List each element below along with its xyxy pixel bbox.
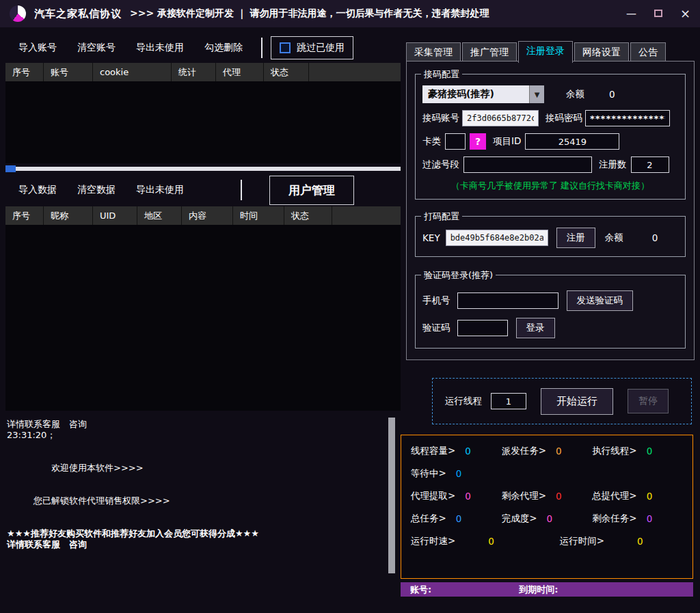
export-unused-accounts-button[interactable]: 导出未使用 — [126, 38, 194, 58]
log-line — [7, 485, 399, 495]
card-type-input[interactable] — [445, 133, 466, 150]
stat-value: 0 — [546, 513, 552, 524]
stat-proxy-total: 总提代理> 0 — [592, 490, 683, 502]
clear-accounts-button[interactable]: 清空账号 — [67, 38, 126, 58]
code-login-group-title: 验证码登录(推荐) — [421, 269, 496, 282]
captcha-balance-value: 0 — [652, 232, 658, 243]
records-table-body — [5, 225, 401, 411]
tab-announcement[interactable]: 公告 — [630, 42, 666, 62]
stat-run-time: 运行时间> 0 — [560, 535, 683, 547]
export-unused-data-button[interactable]: 导出未使用 — [126, 180, 194, 200]
code-label: 验证码 — [422, 322, 450, 334]
import-accounts-button[interactable]: 导入账号 — [8, 38, 67, 58]
stat-label: 完成度> — [502, 513, 537, 525]
tab-collect-manage[interactable]: 采集管理 — [406, 42, 461, 62]
accounts-column-header — [309, 63, 401, 81]
tab-promotion-manage[interactable]: 推广管理 — [462, 42, 517, 62]
accounts-column-header: 状态 — [264, 63, 309, 81]
window-controls: — × — [626, 8, 690, 20]
sms-account-input[interactable] — [462, 110, 539, 126]
code-input[interactable] — [457, 320, 508, 336]
send-code-button[interactable]: 发送验证码 — [567, 290, 634, 311]
reg-count-input[interactable] — [631, 156, 669, 173]
key-input[interactable] — [446, 230, 548, 246]
stats-row: 线程容量> 0 派发任务> 0 执行线程> 0 — [411, 445, 683, 457]
card-type-label: 卡类 — [422, 135, 441, 148]
stat-running-threads: 执行线程> 0 — [592, 445, 683, 457]
stats-row: 等待中> 0 — [411, 467, 683, 480]
sms-credentials-row: 接码账号 接码密码 — [422, 110, 678, 126]
stat-value: 0 — [465, 491, 471, 502]
close-button[interactable]: × — [680, 8, 690, 20]
captcha-balance-label: 余额 — [605, 232, 623, 244]
accounts-table-header: 序号 账号 cookie 统计 代理 状态 — [5, 63, 401, 81]
tab-network-settings[interactable]: 网络设置 — [574, 42, 629, 62]
stat-value: 0 — [647, 513, 653, 524]
records-toolbar: 导入数据 清空数据 导出未使用 用户管理 — [5, 174, 401, 206]
stat-value: 0 — [488, 536, 494, 547]
sms-password-input[interactable] — [585, 110, 670, 126]
user-manage-button[interactable]: 用户管理 — [269, 176, 354, 205]
filter-input[interactable] — [463, 156, 592, 173]
toolbar-separator — [261, 38, 262, 58]
reg-count-label: 注册数 — [599, 159, 627, 171]
captcha-config-group-title: 打码配置 — [421, 210, 462, 223]
records-column-header: 昵称 — [44, 206, 93, 225]
tab-strip: 采集管理 推广管理 注册登录 网络设置 公告 — [406, 41, 667, 62]
log-line: 您已解锁软件代理销售权限>>>> — [7, 495, 399, 506]
log-line: 23:31:20； — [7, 430, 399, 441]
app-notice: >>> 承接软件定制开发 ｜ 请勿用于非法用途，一切后果与作者无关，违者禁封处理 — [130, 8, 489, 20]
sms-provider-value: 豪猪接码(推荐) — [428, 88, 494, 100]
tab-register-login[interactable]: 注册登录 — [518, 41, 573, 63]
sms-config-group: 接码配置 豪猪接码(推荐) ▼ 余额 0 接码账号 接码密码 卡类 ? 项目ID… — [415, 74, 686, 200]
phone-input[interactable] — [457, 292, 558, 309]
accounts-toolbar: 导入账号 清空账号 导出未使用 勾选删除 跳过已使用 — [5, 33, 401, 63]
skip-used-box: 跳过已使用 — [271, 36, 353, 59]
stat-label: 等待中> — [411, 467, 446, 480]
help-button[interactable]: ? — [470, 133, 486, 150]
delete-checked-button[interactable]: 勾选删除 — [194, 38, 253, 58]
log-line — [7, 441, 399, 452]
card-warning-text: （卡商号几乎被使用异常了 建议自行找卡商对接） — [422, 180, 678, 192]
stats-panel: 线程容量> 0 派发任务> 0 执行线程> 0 等待中> 0 代理提取> 0 剩… — [401, 435, 693, 579]
login-button[interactable]: 登录 — [516, 318, 555, 338]
maximize-button[interactable] — [654, 9, 662, 19]
import-data-button[interactable]: 导入数据 — [8, 180, 67, 200]
skip-used-checkbox[interactable] — [280, 42, 291, 53]
log-line: 详情联系客服 咨询 — [7, 419, 399, 430]
project-id-input[interactable] — [525, 133, 619, 150]
maximize-icon — [654, 10, 662, 17]
stat-value: 0 — [456, 468, 462, 479]
log-scrollbar[interactable] — [388, 418, 395, 573]
titlebar: 汽车之家私信协议 >>> 承接软件定制开发 ｜ 请勿用于非法用途，一切后果与作者… — [0, 0, 700, 27]
stat-label: 运行时间> — [560, 535, 604, 547]
stat-proxy-remaining: 剩余代理> 0 — [502, 490, 593, 502]
stat-label: 执行线程> — [592, 445, 636, 457]
thread-count-input[interactable] — [491, 393, 526, 409]
footer-account-label: 账号: — [410, 584, 431, 596]
stat-label: 总任务> — [411, 513, 446, 525]
sms-account-label: 接码账号 — [422, 112, 459, 124]
progress-fill — [5, 165, 16, 172]
key-label: KEY — [422, 232, 440, 243]
pause-button[interactable]: 暂停 — [628, 389, 669, 413]
clear-data-button[interactable]: 清空数据 — [67, 180, 126, 200]
stat-value: 0 — [556, 491, 562, 502]
minimize-button[interactable]: — — [626, 9, 636, 19]
records-column-header: 状态 — [284, 206, 332, 225]
stat-waiting: 等待中> 0 — [411, 467, 502, 480]
start-run-button[interactable]: 开始运行 — [541, 388, 613, 415]
filter-row: 过滤号段 注册数 — [422, 156, 678, 173]
stats-row: 总任务> 0 完成度> 0 剩余任务> 0 — [411, 513, 683, 525]
log-line — [7, 506, 399, 517]
chevron-down-icon[interactable]: ▼ — [529, 85, 544, 103]
stat-total-tasks: 总任务> 0 — [411, 513, 502, 525]
sms-provider-select[interactable]: 豪猪接码(推荐) ▼ — [422, 85, 544, 103]
stat-tasks-remaining: 剩余任务> 0 — [592, 513, 683, 525]
stat-value: 0 — [637, 536, 643, 547]
records-column-header: 内容 — [182, 206, 233, 225]
skip-used-label: 跳过已使用 — [297, 42, 345, 54]
register-button[interactable]: 注册 — [556, 228, 595, 248]
stat-proxy-fetched: 代理提取> 0 — [411, 490, 502, 502]
captcha-key-row: KEY 注册 余额 0 — [422, 228, 678, 248]
